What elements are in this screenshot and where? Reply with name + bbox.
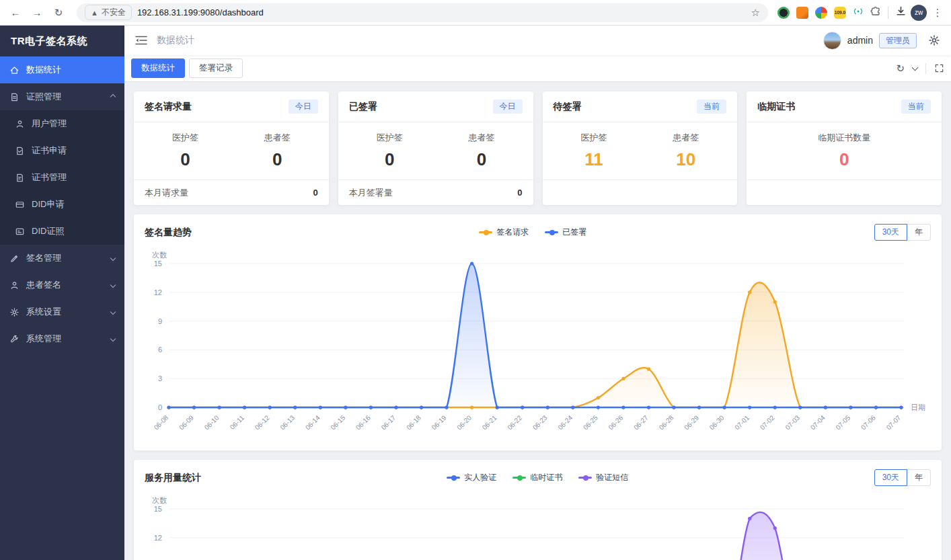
refresh-icon[interactable]: ↻ [896, 63, 905, 75]
legend-verify-sms[interactable]: 验证短信 [578, 472, 628, 483]
range-switch: 30天 年 [874, 224, 931, 241]
card-title: 临期证书 [757, 101, 795, 113]
extension-icon-badge[interactable]: 109.0 [834, 7, 846, 19]
extension-icon-fox[interactable] [796, 7, 808, 19]
sidebar-item-dashboard[interactable]: 数据统计 [0, 56, 124, 83]
stat-patient: 患者签 0 [264, 132, 291, 170]
browser-menu-icon[interactable]: ⋮ [931, 7, 944, 19]
svg-text:06-25: 06-25 [582, 413, 599, 431]
sidebar-item-label: 系统管理 [26, 333, 61, 345]
bookmark-star-icon[interactable]: ☆ [751, 7, 760, 19]
svg-text:06-14: 06-14 [304, 413, 321, 431]
legend-identity-verify[interactable]: 实人验证 [447, 472, 496, 483]
extensions-puzzle-icon[interactable] [870, 6, 881, 19]
chart-card-service-usage: 服务用量统计 实人验证 临时证书 验证短信 30天 年 03691215次数日期… [134, 460, 942, 560]
broadcast-icon[interactable] [853, 6, 864, 19]
sidebar-collapse-icon[interactable] [135, 35, 147, 46]
svg-text:06-27: 06-27 [632, 413, 650, 431]
sidebar-item-label: 数据统计 [26, 64, 61, 76]
svg-text:06-24: 06-24 [556, 413, 574, 431]
back-icon[interactable]: ← [7, 4, 24, 22]
legend-marker [447, 477, 460, 479]
svg-text:07-05: 07-05 [834, 413, 851, 431]
svg-text:06-26: 06-26 [607, 413, 624, 431]
sidebar-item-cert-apply[interactable]: 证书申请 [0, 137, 124, 164]
extension-icon-green[interactable] [777, 7, 790, 19]
svg-text:06-15: 06-15 [329, 413, 346, 431]
avatar[interactable] [823, 32, 841, 50]
chevron-down-icon [110, 309, 116, 315]
chevron-down-icon [110, 255, 116, 261]
chart-legend: 签名请求 已签署 [192, 227, 874, 238]
browser-toolbar: ← → ↻ ▲ 不安全 192.168.31.199:9080/dashboar… [0, 0, 951, 26]
stat-label: 医护签 [377, 132, 403, 144]
svg-text:6: 6 [158, 346, 162, 354]
chevron-up-icon [110, 94, 116, 99]
range-30d-button[interactable]: 30天 [874, 224, 907, 241]
sidebar-item-label: 证照管理 [26, 91, 61, 103]
svg-text:06-16: 06-16 [354, 413, 372, 431]
sidebar-item-patient-sign[interactable]: 患者签名 [0, 272, 124, 298]
sidebar-item-label: 用户管理 [32, 118, 67, 130]
stat-patient: 患者签 10 [673, 132, 699, 170]
legend-signed[interactable]: 已签署 [545, 227, 586, 238]
card-title: 待签署 [554, 101, 582, 113]
legend-marker [479, 231, 492, 233]
chevron-down-icon [110, 336, 116, 342]
service-usage-chart[interactable]: 03691215次数日期06-0806-0906-1006-1106-1206-… [134, 491, 942, 560]
card-footer: 本月请求量 0 [134, 179, 329, 205]
system-icon [9, 334, 20, 344]
signature-icon [9, 253, 20, 264]
sidebar-item-signature-mgmt[interactable]: 签名管理 [0, 245, 124, 272]
address-bar[interactable]: ▲ 不安全 192.168.31.199:9080/dashboard ☆ [77, 3, 768, 22]
did-apply-icon [15, 200, 25, 210]
license-icon [9, 92, 20, 102]
range-year-button[interactable]: 年 [907, 224, 931, 241]
range-30d-button[interactable]: 30天 [874, 469, 907, 486]
svg-text:06-19: 06-19 [430, 413, 448, 431]
download-icon[interactable] [895, 5, 907, 19]
tab-sign-records[interactable]: 签署记录 [189, 58, 243, 78]
extension-icon-multicolor[interactable] [815, 7, 827, 19]
sidebar-item-did-license[interactable]: DID证照 [0, 218, 124, 245]
browser-profile-avatar[interactable]: zw [911, 5, 927, 21]
legend-label: 签名请求 [496, 227, 529, 238]
forward-icon[interactable]: → [28, 4, 46, 22]
sidebar-item-system-mgmt[interactable]: 系统管理 [0, 325, 124, 352]
legend-sign-requests[interactable]: 签名请求 [479, 227, 529, 238]
svg-text:15: 15 [154, 505, 162, 513]
sidebar-item-system-settings[interactable]: 系统设置 [0, 298, 124, 325]
svg-text:15: 15 [154, 259, 162, 268]
svg-text:07-06: 07-06 [860, 413, 877, 431]
range-year-button[interactable]: 年 [907, 469, 931, 486]
security-chip[interactable]: ▲ 不安全 [85, 5, 132, 20]
gear-icon[interactable] [928, 34, 940, 46]
svg-text:06-21: 06-21 [481, 413, 498, 431]
svg-text:次数: 次数 [152, 496, 167, 504]
stat-value: 0 [377, 149, 403, 170]
svg-text:9: 9 [158, 317, 162, 325]
sidebar-item-cert-mgmt[interactable]: 证书管理 [0, 164, 124, 191]
settings-icon [9, 307, 20, 317]
sidebar-item-license-mgmt[interactable]: 证照管理 [0, 83, 124, 110]
extensions-row: 109.0 [777, 6, 881, 19]
username[interactable]: admin [847, 35, 873, 46]
signature-trend-chart[interactable]: 03691215次数日期06-0806-0906-1006-1106-1206-… [134, 246, 942, 448]
sidebar-item-label: DID证照 [32, 225, 64, 237]
svg-text:06-28: 06-28 [658, 413, 675, 431]
legend-temp-cert[interactable]: 临时证书 [512, 472, 562, 483]
legend-label: 临时证书 [530, 472, 562, 483]
fullscreen-icon[interactable] [934, 63, 944, 73]
legend-label: 验证短信 [596, 472, 628, 483]
did-license-icon [15, 227, 25, 237]
card-footer [543, 179, 738, 205]
security-label: 不安全 [102, 7, 126, 18]
card-badge: 当前 [901, 99, 931, 114]
sidebar-item-label: DID申请 [32, 198, 64, 210]
reload-icon[interactable]: ↻ [50, 4, 67, 22]
sidebar-item-did-apply[interactable]: DID申请 [0, 191, 124, 218]
tab-dashboard[interactable]: 数据统计 [131, 58, 185, 78]
sidebar-item-user-mgmt[interactable]: 用户管理 [0, 110, 124, 137]
legend-label: 已签署 [562, 227, 586, 238]
chevron-down-icon[interactable] [912, 64, 919, 71]
